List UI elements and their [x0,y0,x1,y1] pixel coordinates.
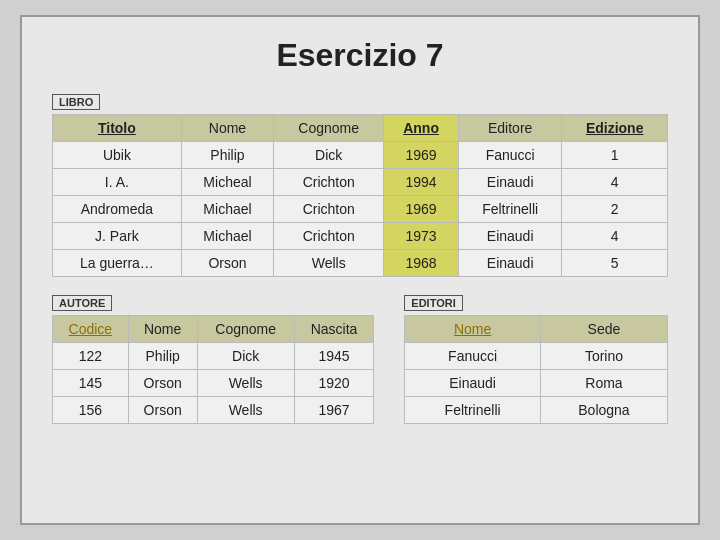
editori-label: EDITORI [404,295,462,311]
libro-cell-2-0: Andromeda [53,196,182,223]
editori-section: EDITORI NomeSede FanucciTorinoEinaudiRom… [404,293,668,424]
autore-cell-1-3: 1920 [294,370,374,397]
editori-cell-0-0: Fanucci [405,343,541,370]
autore-cell-1-0: 145 [53,370,129,397]
autore-label: AUTORE [52,295,112,311]
libro-cell-0-0: Ubik [53,142,182,169]
editori-cell-2-0: Feltrinelli [405,397,541,424]
autore-cell-2-3: 1967 [294,397,374,424]
libro-cell-2-1: Michael [181,196,273,223]
editori-cell-0-1: Torino [540,343,667,370]
libro-section: LIBRO TitoloNomeCognomeAnnoEditoreEdizio… [52,92,668,277]
autore-cell-1-2: Wells [197,370,294,397]
autore-row: 156OrsonWells1967 [53,397,374,424]
libro-cell-1-1: Micheal [181,169,273,196]
editori-cell-1-0: Einaudi [405,370,541,397]
libro-row: I. A.MichealCrichton1994Einaudi4 [53,169,668,196]
editori-row: FanucciTorino [405,343,668,370]
page-title: Esercizio 7 [52,37,668,74]
libro-col-header-5: Edizione [562,115,668,142]
libro-cell-2-5: 2 [562,196,668,223]
editori-col-header-0: Nome [405,316,541,343]
libro-col-header-3: Anno [384,115,459,142]
autore-table: CodiceNomeCognomeNascita 122PhilipDick19… [52,315,374,424]
editori-header-row: NomeSede [405,316,668,343]
autore-col-header-1: Nome [128,316,197,343]
libro-cell-1-0: I. A. [53,169,182,196]
libro-cell-0-3: 1969 [384,142,459,169]
autore-row: 122PhilipDick1945 [53,343,374,370]
libro-cell-1-2: Crichton [274,169,384,196]
libro-cell-1-4: Einaudi [458,169,561,196]
libro-cell-3-2: Crichton [274,223,384,250]
libro-col-header-1: Nome [181,115,273,142]
editori-row: FeltrinelliBologna [405,397,668,424]
libro-cell-2-2: Crichton [274,196,384,223]
autore-col-header-0: Codice [53,316,129,343]
editori-row: EinaudiRoma [405,370,668,397]
libro-header-row: TitoloNomeCognomeAnnoEditoreEdizione [53,115,668,142]
editori-cell-2-1: Bologna [540,397,667,424]
libro-table: TitoloNomeCognomeAnnoEditoreEdizione Ubi… [52,114,668,277]
libro-label: LIBRO [52,94,100,110]
libro-cell-1-5: 4 [562,169,668,196]
libro-cell-4-5: 5 [562,250,668,277]
autore-cell-0-0: 122 [53,343,129,370]
libro-cell-4-1: Orson [181,250,273,277]
libro-cell-0-5: 1 [562,142,668,169]
autore-section: AUTORE CodiceNomeCognomeNascita 122Phili… [52,293,374,424]
libro-row: J. ParkMichaelCrichton1973Einaudi4 [53,223,668,250]
libro-cell-3-3: 1973 [384,223,459,250]
libro-cell-4-4: Einaudi [458,250,561,277]
autore-cell-2-2: Wells [197,397,294,424]
autore-header-row: CodiceNomeCognomeNascita [53,316,374,343]
autore-cell-0-3: 1945 [294,343,374,370]
libro-cell-1-3: 1994 [384,169,459,196]
page: Esercizio 7 LIBRO TitoloNomeCognomeAnnoE… [20,15,700,525]
editori-col-header-1: Sede [540,316,667,343]
libro-cell-4-2: Wells [274,250,384,277]
autore-row: 145OrsonWells1920 [53,370,374,397]
libro-cell-2-3: 1969 [384,196,459,223]
editori-table: NomeSede FanucciTorinoEinaudiRomaFeltrin… [404,315,668,424]
editori-cell-1-1: Roma [540,370,667,397]
libro-cell-4-0: La guerra… [53,250,182,277]
autore-cell-2-0: 156 [53,397,129,424]
autore-col-header-2: Cognome [197,316,294,343]
libro-cell-2-4: Feltrinelli [458,196,561,223]
libro-cell-0-4: Fanucci [458,142,561,169]
libro-cell-0-2: Dick [274,142,384,169]
libro-cell-4-3: 1968 [384,250,459,277]
libro-row: La guerra…OrsonWells1968Einaudi5 [53,250,668,277]
autore-cell-0-2: Dick [197,343,294,370]
libro-col-header-2: Cognome [274,115,384,142]
bottom-section: AUTORE CodiceNomeCognomeNascita 122Phili… [52,293,668,424]
libro-row: AndromedaMichaelCrichton1969Feltrinelli2 [53,196,668,223]
libro-col-header-4: Editore [458,115,561,142]
autore-col-header-3: Nascita [294,316,374,343]
libro-cell-3-4: Einaudi [458,223,561,250]
autore-cell-0-1: Philip [128,343,197,370]
libro-col-header-0: Titolo [53,115,182,142]
libro-cell-0-1: Philip [181,142,273,169]
libro-cell-3-5: 4 [562,223,668,250]
libro-cell-3-0: J. Park [53,223,182,250]
libro-row: UbikPhilipDick1969Fanucci1 [53,142,668,169]
autore-cell-2-1: Orson [128,397,197,424]
libro-cell-3-1: Michael [181,223,273,250]
autore-cell-1-1: Orson [128,370,197,397]
